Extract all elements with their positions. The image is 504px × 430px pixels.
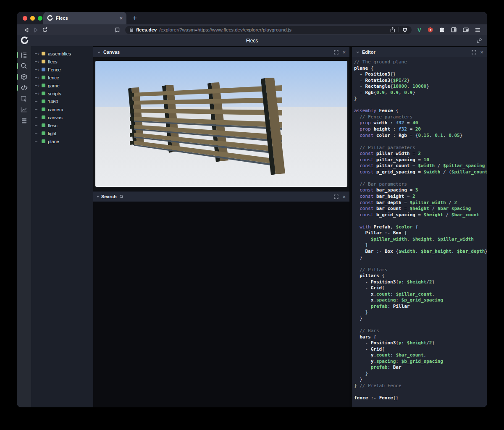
tree-item-scripts[interactable]: ›scripts bbox=[31, 89, 93, 97]
strip-stats-chart-button[interactable] bbox=[17, 104, 31, 115]
share-link-icon[interactable] bbox=[476, 38, 482, 44]
window-controls bbox=[17, 12, 42, 24]
code-line: with Prefab, $color { bbox=[354, 224, 487, 231]
search-panel-body[interactable] bbox=[93, 202, 349, 407]
tree-connector bbox=[35, 69, 37, 70]
strip-canvas-3d-button[interactable] bbox=[17, 71, 31, 82]
tree-connector bbox=[35, 77, 37, 78]
tree-item-flecs[interactable]: ›flecs bbox=[31, 58, 93, 66]
code-line: const bar_count = $height / $bar_spacing bbox=[354, 206, 487, 212]
tree-item-fence[interactable]: ›fence bbox=[31, 73, 93, 81]
canvas-panel-header[interactable]: Canvas × bbox=[93, 47, 349, 57]
entity-label: scripts bbox=[48, 91, 61, 96]
sidebar-toggle-icon[interactable] bbox=[451, 27, 457, 32]
app-title: Flecs bbox=[246, 38, 258, 44]
chevron-down-icon[interactable] bbox=[97, 50, 101, 54]
minimize-window-button[interactable] bbox=[30, 16, 35, 21]
search-panel-header[interactable]: Search × bbox=[93, 191, 349, 202]
tree-item-flesc[interactable]: ›flesc bbox=[31, 121, 93, 129]
brave-shield-icon[interactable] bbox=[402, 27, 407, 33]
expand-chevron-icon[interactable]: › bbox=[38, 59, 41, 64]
new-tab-button[interactable]: + bbox=[126, 12, 137, 24]
vue-devtools-icon[interactable]: V bbox=[417, 26, 421, 33]
code-line: const b_grid_spacing = $height / $bar_co… bbox=[354, 212, 487, 218]
code-line: - Grid{ bbox=[354, 285, 487, 291]
divider bbox=[399, 27, 399, 32]
entity-color-square bbox=[42, 68, 45, 71]
expand-chevron-icon[interactable]: › bbox=[38, 75, 41, 80]
strip-entity-tree-button[interactable] bbox=[17, 50, 31, 60]
url-bar[interactable]: flecs.dev /explorer/?wasm=https://www.fl… bbox=[125, 26, 412, 34]
wallet-icon[interactable] bbox=[463, 27, 469, 32]
fullscreen-icon[interactable] bbox=[334, 194, 339, 199]
active-indicator bbox=[17, 52, 18, 58]
close-panel-icon[interactable]: × bbox=[342, 194, 346, 199]
tree-item-light[interactable]: ›light bbox=[31, 129, 93, 137]
bookmark-icon[interactable] bbox=[113, 25, 122, 34]
code-line: } bbox=[354, 242, 487, 249]
code-line: const pillar_count = $width / $pillar_sp… bbox=[354, 163, 487, 169]
code-line: } // Prefab Fence bbox=[354, 383, 487, 389]
strip-query-search-button[interactable] bbox=[17, 60, 31, 71]
expand-chevron-icon[interactable]: › bbox=[38, 91, 41, 96]
expand-chevron-icon[interactable]: › bbox=[38, 67, 41, 72]
expand-chevron-icon[interactable]: › bbox=[38, 83, 41, 88]
entity-label: plane bbox=[48, 139, 59, 144]
code-line: x.count: $pillar_count, bbox=[354, 291, 487, 298]
menu-icon[interactable] bbox=[475, 28, 480, 32]
flecs-logo-icon[interactable] bbox=[21, 37, 29, 45]
code-line: const bar_height = 2 bbox=[354, 194, 487, 200]
tree-item-game[interactable]: ›game bbox=[31, 81, 93, 89]
code-line: prop width : f32 = 40 bbox=[354, 120, 487, 126]
chevron-down-icon[interactable] bbox=[356, 50, 360, 54]
inspector-icon bbox=[21, 96, 27, 102]
extension-red-icon[interactable] bbox=[428, 27, 433, 33]
zoom-window-button[interactable] bbox=[38, 16, 42, 21]
code-line: const pillar_width = 2 bbox=[354, 151, 487, 157]
browser-toolbar: flecs.dev /explorer/?wasm=https://www.fl… bbox=[17, 24, 487, 35]
browser-tab[interactable]: Flecs × bbox=[43, 12, 126, 24]
tree-connector bbox=[35, 109, 37, 110]
tree-connector bbox=[35, 101, 37, 102]
code-line: Pillar :- Box { bbox=[354, 230, 487, 236]
code-line bbox=[354, 139, 487, 145]
fullscreen-icon[interactable] bbox=[472, 50, 476, 55]
strip-data-tables-button[interactable] bbox=[17, 115, 31, 126]
forward-button[interactable] bbox=[31, 25, 40, 34]
strip-inspector-button[interactable] bbox=[17, 93, 31, 104]
code-editor[interactable]: // The ground planeplane { - Position3{}… bbox=[352, 57, 487, 407]
entity-label: fence bbox=[48, 75, 59, 80]
tree-item-plane[interactable]: ›plane bbox=[31, 137, 93, 145]
share-icon[interactable] bbox=[390, 27, 395, 33]
canvas-panel-title: Canvas bbox=[103, 50, 120, 55]
active-indicator bbox=[17, 85, 18, 91]
collapsed-chevron-icon[interactable] bbox=[97, 196, 99, 197]
entity-label: canvas bbox=[48, 115, 63, 120]
code-line: // Bar parameters bbox=[354, 181, 487, 188]
reload-button[interactable] bbox=[40, 25, 50, 34]
extensions-puzzle-icon[interactable] bbox=[439, 27, 445, 33]
tree-item-canvas[interactable]: ›canvas bbox=[31, 113, 93, 121]
flecs-script-code[interactable]: // The ground planeplane { - Position3{}… bbox=[354, 59, 487, 401]
back-button[interactable] bbox=[22, 25, 31, 34]
expand-chevron-icon[interactable]: › bbox=[38, 51, 41, 56]
editor-panel-header[interactable]: Editor × bbox=[352, 47, 487, 57]
close-panel-icon[interactable]: × bbox=[342, 50, 346, 55]
fence-3d-render[interactable] bbox=[95, 61, 347, 187]
fullscreen-icon[interactable] bbox=[334, 50, 339, 55]
tree-connector bbox=[35, 53, 37, 54]
code-line: const bar_spacing = 3 bbox=[354, 187, 487, 194]
entity-label: game bbox=[48, 83, 60, 88]
script-editor-icon bbox=[21, 85, 28, 91]
close-panel-icon[interactable]: × bbox=[480, 50, 483, 55]
tab-close-icon[interactable]: × bbox=[119, 16, 123, 21]
close-window-button[interactable] bbox=[23, 16, 27, 21]
strip-script-editor-button[interactable] bbox=[17, 82, 31, 93]
tree-item-1460[interactable]: ›1460 bbox=[31, 97, 93, 105]
search-panel-title: Search bbox=[101, 194, 117, 199]
tree-item-camera[interactable]: ›camera bbox=[31, 105, 93, 113]
tree-item-Fence[interactable]: ›Fence bbox=[31, 66, 93, 73]
entity-color-square bbox=[42, 131, 45, 135]
code-line: // Fence parameters bbox=[354, 114, 487, 121]
tree-item-assemblies[interactable]: ›assemblies bbox=[31, 50, 93, 58]
